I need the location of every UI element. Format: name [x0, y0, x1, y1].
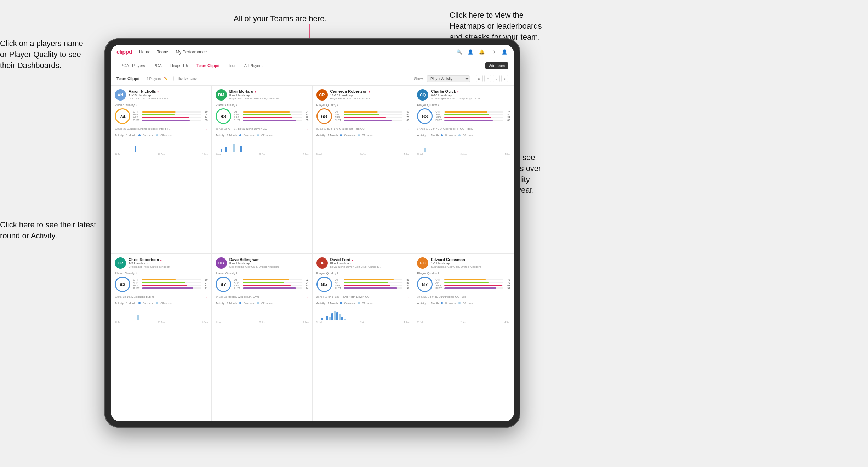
round-text: 07 Aug 23 77 (+7), St George's Hill GC -… [417, 127, 474, 130]
quality-circle[interactable]: 82 [115, 277, 130, 292]
list-view-icon[interactable]: ≡ [484, 75, 491, 82]
tab-team-clippd[interactable]: Team Clippd [192, 59, 224, 72]
round-arrow[interactable]: → [204, 127, 208, 131]
tab-tour[interactable]: Tour [224, 59, 240, 72]
player-name[interactable]: David Ford ● [330, 257, 410, 262]
chart-dates: 31 Jul 21 Aug 4 Sep [417, 153, 510, 155]
team-search-input[interactable] [173, 76, 212, 81]
quality-section[interactable]: 68 OTT 61 APP 63 ARG [316, 108, 410, 124]
stat-label: PUTT [133, 119, 141, 121]
stat-label: OTT [435, 279, 443, 281]
player-name[interactable]: Aaron Nicholls ● [129, 89, 208, 93]
stat-bar [344, 282, 389, 283]
player-card[interactable]: DB Dave Billingham Plus Handicap Sog Mag… [212, 254, 313, 422]
player-club: Drift Golf Club, United Kingdom [129, 97, 182, 100]
tab-hcaps[interactable]: Hcaps 1-5 [166, 59, 192, 72]
stat-bar-container [444, 285, 503, 286]
stat-value: 63 [404, 113, 409, 116]
activity-title: Activity · 1 Month [216, 302, 237, 305]
date-mid: 21 Aug [259, 153, 265, 155]
sort-icon[interactable]: ↕ [501, 75, 508, 82]
nav-performance[interactable]: My Performance [176, 50, 207, 55]
quality-circle[interactable]: 85 [316, 277, 332, 292]
player-card[interactable]: CR Chris Robertson ● 1-5 Handicap Craigm… [111, 254, 212, 422]
quality-section-label: Player Quality ℹ [216, 103, 309, 107]
round-arrow[interactable]: → [406, 127, 409, 131]
player-card[interactable]: CR Cameron Robertson ● 11-15 Handicap Ro… [313, 85, 413, 254]
add-team-button[interactable]: Add Team [485, 62, 508, 69]
round-arrow[interactable]: → [406, 295, 409, 299]
bell-icon[interactable]: 🔔 [478, 48, 486, 56]
round-arrow[interactable]: → [305, 295, 309, 299]
edit-icon[interactable]: ✏️ [164, 77, 168, 80]
stat-bar-container [142, 285, 201, 286]
stat-bar-container [243, 120, 302, 121]
avatar-icon[interactable]: 👤 [501, 48, 508, 56]
player-card[interactable]: DF David Ford ● Plus Handicap Royal Nort… [313, 254, 413, 422]
stat-label: PUTT [335, 119, 343, 121]
quality-section[interactable]: 87 OTT 73 APP 79 ARG [417, 277, 510, 292]
nav-home[interactable]: Home [139, 50, 150, 55]
round-arrow[interactable]: → [507, 127, 510, 131]
quality-section[interactable]: 93 OTT 84 APP 85 ARG [216, 108, 309, 124]
tab-pgat[interactable]: PGAT Players [116, 59, 149, 72]
stat-bar-container [344, 114, 403, 115]
quality-circle[interactable]: 87 [417, 277, 433, 292]
player-name[interactable]: Chris Robertson ● [129, 257, 208, 262]
on-course-dot [239, 134, 241, 136]
round-arrow[interactable]: → [507, 295, 510, 299]
show-select[interactable]: Player Activity Quality Score Trend [427, 75, 470, 82]
player-card[interactable]: BM Blair McHarg ● Plus Handicap Royal No… [212, 85, 313, 254]
quality-circle[interactable]: 83 [417, 108, 433, 124]
player-card[interactable]: EC Edward Crossman 1-5 Handicap Sunningd… [413, 254, 514, 422]
round-arrow[interactable]: → [204, 295, 208, 299]
stat-label: APP [234, 281, 242, 284]
player-card[interactable]: CQ Charlie Quick ● 6-10 Handicap St. Geo… [413, 85, 514, 254]
tab-all-players[interactable]: All Players [240, 59, 267, 72]
quality-section[interactable]: 87 OTT 82 APP 74 ARG [216, 277, 309, 292]
activity-legend: Activity · 1 Month On course Off course [216, 302, 309, 305]
player-name[interactable]: Charlie Quick ● [431, 89, 510, 93]
player-name[interactable]: Edward Crossman [431, 257, 510, 262]
stat-value: 92 [504, 287, 510, 290]
player-card[interactable]: AN Aaron Nicholls ● 11-15 Handicap Drift… [111, 85, 212, 254]
activity-legend: Activity · 1 Month On course Off course [417, 133, 510, 137]
filter-icon[interactable]: ▽ [493, 75, 500, 82]
quality-circle[interactable]: 93 [216, 108, 231, 124]
player-avatar: DB [216, 257, 227, 269]
tab-pga[interactable]: PGA [149, 59, 166, 72]
player-name[interactable]: Cameron Robertson ● [330, 89, 410, 93]
stat-bar-container [444, 282, 503, 283]
quality-section[interactable]: 85 OTT 89 APP 80 ARG [316, 277, 410, 292]
stat-value: 77 [202, 281, 208, 284]
team-title: Team Clippd [116, 76, 139, 81]
stat-bar [243, 282, 284, 283]
date-start: 31 Jul [417, 321, 423, 323]
round-arrow[interactable]: → [305, 127, 309, 131]
quality-section[interactable]: 82 OTT 60 APP 77 ARG [115, 277, 208, 292]
stat-value: 89 [404, 279, 409, 281]
quality-circle[interactable]: 68 [316, 108, 332, 124]
player-name[interactable]: Blair McHarg ● [229, 89, 309, 93]
grid-view-icon[interactable]: ⊞ [476, 75, 483, 82]
stat-label: OTT [234, 279, 242, 281]
nav-teams[interactable]: Teams [157, 50, 169, 55]
sub-nav: PGAT Players PGA Hcaps 1-5 Team Clippd T… [111, 59, 514, 72]
stat-bar-container [142, 287, 201, 289]
player-avatar: AN [115, 89, 126, 101]
quality-section[interactable]: 83 OTT 77 APP 80 ARG [417, 108, 510, 124]
settings-icon[interactable]: ⊕ [489, 48, 497, 56]
off-course-label: Off course [463, 134, 474, 136]
player-header: DF David Ford ● Plus Handicap Royal Nort… [316, 257, 410, 269]
quality-section-label: Player Quality ℹ [316, 103, 410, 107]
stat-bar-container [444, 114, 503, 115]
user-icon[interactable]: 👤 [467, 48, 474, 56]
quality-section[interactable]: 74 OTT 60 APP 58 ARG [115, 108, 208, 124]
search-icon[interactable]: 🔍 [455, 48, 463, 56]
annotation-latest-round: Click here to see their latestround or A… [0, 220, 96, 241]
player-name[interactable]: Dave Billingham [229, 257, 309, 262]
quality-circle[interactable]: 74 [115, 108, 130, 124]
stat-bar-container [142, 282, 201, 283]
quality-circle[interactable]: 87 [216, 277, 231, 292]
chart-dates: 31 Jul 21 Aug 4 Sep [216, 321, 309, 323]
